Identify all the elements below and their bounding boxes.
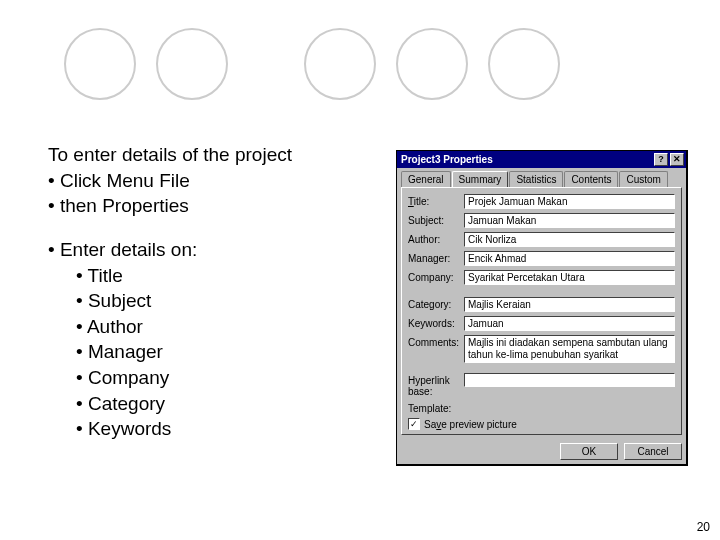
tab-body: Title: Projek Jamuan Makan Subject: Jamu… bbox=[401, 187, 682, 435]
help-button[interactable]: ? bbox=[654, 153, 668, 166]
input-keywords[interactable]: Jamuan bbox=[464, 316, 675, 331]
field-item: Manager bbox=[48, 339, 378, 365]
label-category: Category: bbox=[408, 297, 464, 310]
tab-custom[interactable]: Custom bbox=[619, 171, 667, 187]
step-click-file: Click Menu File bbox=[48, 168, 378, 194]
circle-row bbox=[64, 28, 560, 100]
decor-circle bbox=[64, 28, 136, 100]
instruction-text: To enter details of the project Click Me… bbox=[48, 142, 378, 460]
properties-dialog: Project3 Properties ? ✕ General Summary … bbox=[396, 150, 688, 466]
input-subject[interactable]: Jamuan Makan bbox=[464, 213, 675, 228]
tab-statistics[interactable]: Statistics bbox=[509, 171, 563, 187]
template-value bbox=[464, 401, 675, 403]
page-number: 20 bbox=[697, 520, 710, 534]
decor-circle bbox=[304, 28, 376, 100]
cancel-button[interactable]: Cancel bbox=[624, 443, 682, 460]
label-template: Template: bbox=[408, 401, 464, 414]
field-item: Company bbox=[48, 365, 378, 391]
tab-general[interactable]: General bbox=[401, 171, 451, 187]
step-properties: then Properties bbox=[48, 193, 378, 219]
decor-circle bbox=[156, 28, 228, 100]
input-title[interactable]: Projek Jamuan Makan bbox=[464, 194, 675, 209]
label-keywords: Keywords: bbox=[408, 316, 464, 329]
field-item: Subject bbox=[48, 288, 378, 314]
input-category[interactable]: Majlis Keraian bbox=[464, 297, 675, 312]
ok-button[interactable]: OK bbox=[560, 443, 618, 460]
label-title: Title: bbox=[408, 194, 464, 207]
save-preview-checkbox[interactable]: ✓ bbox=[408, 418, 420, 430]
label-manager: Manager: bbox=[408, 251, 464, 264]
field-item: Title bbox=[48, 263, 378, 289]
dialog-title: Project3 Properties bbox=[401, 154, 654, 165]
dialog-button-row: OK Cancel bbox=[397, 439, 686, 464]
decor-circle bbox=[396, 28, 468, 100]
enter-details-heading: Enter details on: bbox=[48, 237, 378, 263]
tab-summary[interactable]: Summary bbox=[452, 171, 509, 187]
input-hyperlink[interactable] bbox=[464, 373, 675, 387]
label-comments: Comments: bbox=[408, 335, 464, 348]
save-preview-label: Save preview picture bbox=[424, 419, 517, 430]
field-item: Keywords bbox=[48, 416, 378, 442]
label-company: Company: bbox=[408, 270, 464, 283]
input-author[interactable]: Cik Norliza bbox=[464, 232, 675, 247]
input-company[interactable]: Syarikat Percetakan Utara bbox=[464, 270, 675, 285]
dialog-titlebar: Project3 Properties ? ✕ bbox=[397, 151, 686, 168]
decor-circle bbox=[488, 28, 560, 100]
field-item: Category bbox=[48, 391, 378, 417]
label-hyperlink: Hyperlink base: bbox=[408, 373, 464, 397]
close-button[interactable]: ✕ bbox=[670, 153, 684, 166]
label-subject: Subject: bbox=[408, 213, 464, 226]
input-comments[interactable]: Majlis ini diadakan sempena sambutan ula… bbox=[464, 335, 675, 363]
tab-contents[interactable]: Contents bbox=[564, 171, 618, 187]
label-author: Author: bbox=[408, 232, 464, 245]
intro-line: To enter details of the project bbox=[48, 142, 378, 168]
tab-row: General Summary Statistics Contents Cust… bbox=[397, 168, 686, 187]
field-item: Author bbox=[48, 314, 378, 340]
input-manager[interactable]: Encik Ahmad bbox=[464, 251, 675, 266]
